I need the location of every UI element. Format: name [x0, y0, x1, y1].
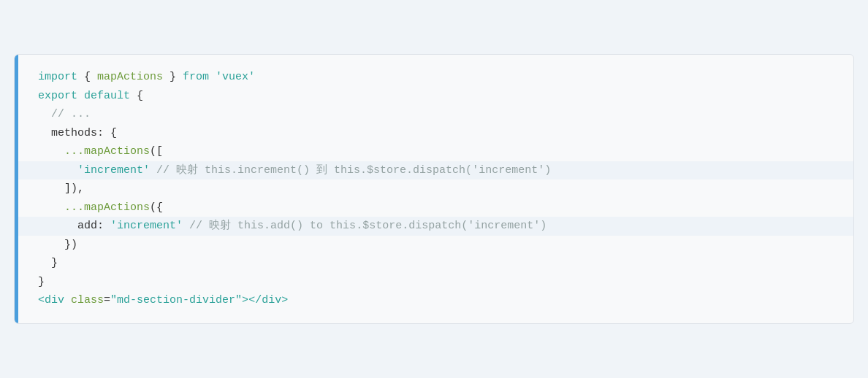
code-token: ({: [150, 201, 163, 214]
code-token: [77, 90, 84, 102]
code-token: : {: [97, 127, 117, 139]
code-token: [183, 220, 189, 232]
code-container: import { mapActions } from 'vuex'export …: [14, 54, 854, 324]
code-token: 'vuex': [216, 71, 255, 83]
code-token: [64, 294, 71, 306]
code-line: methods: {: [38, 124, 836, 143]
left-border-accent: [15, 55, 18, 323]
code-token: [38, 164, 77, 177]
code-token: [38, 220, 77, 232]
code-token: ([: [150, 145, 163, 158]
code-token: // 映射 this.increment() 到 this.$store.dis…: [156, 164, 551, 177]
code-line: }: [38, 273, 836, 292]
code-line: export default {: [38, 87, 836, 106]
code-token: from: [183, 71, 209, 83]
code-line: }): [38, 236, 836, 255]
code-token: mapActions: [84, 201, 150, 214]
code-token: :: [97, 220, 110, 232]
code-token: mapActions: [84, 145, 150, 158]
code-token: // 映射 this.add() to this.$store.dispatch…: [189, 220, 547, 232]
code-token: 'increment': [77, 164, 150, 177]
code-token: mapActions: [97, 71, 163, 83]
code-block: import { mapActions } from 'vuex'export …: [15, 55, 853, 323]
code-token: [38, 127, 51, 139]
code-token: >: [281, 294, 288, 306]
code-token: >: [242, 294, 248, 306]
code-token: // ...: [38, 108, 91, 120]
code-token: <: [38, 294, 45, 306]
code-token: {: [77, 71, 97, 83]
code-token: }: [38, 276, 45, 288]
code-token: =: [104, 294, 110, 306]
code-line: }: [38, 254, 836, 273]
code-token: div: [262, 294, 281, 306]
code-token: }: [38, 257, 58, 269]
code-token: ]),: [38, 182, 84, 195]
code-line: add: 'increment' // 映射 this.add() to thi…: [15, 217, 853, 236]
code-token: [150, 164, 156, 177]
code-token: div: [45, 294, 64, 306]
code-token: [209, 71, 216, 83]
code-token: }: [163, 71, 183, 83]
code-token: methods: [51, 127, 97, 139]
code-token: {: [130, 90, 143, 102]
code-line: <div class="md-section-divider"></div>: [38, 291, 836, 310]
code-line: ...mapActions({: [38, 198, 836, 217]
code-token: }): [38, 239, 77, 251]
code-token: default: [84, 90, 130, 102]
code-line: ...mapActions([: [38, 142, 836, 161]
code-line: import { mapActions } from 'vuex': [38, 68, 836, 87]
code-token: class: [71, 294, 104, 306]
code-token: ...: [38, 201, 84, 214]
code-token: import: [38, 71, 77, 83]
code-token: "md-section-divider": [110, 294, 242, 306]
code-token: export: [38, 90, 77, 102]
code-token: add: [77, 220, 97, 232]
code-token: ...: [38, 145, 84, 158]
code-line: // ...: [38, 105, 836, 124]
code-token: </: [248, 294, 262, 306]
code-token: 'increment': [110, 220, 183, 232]
code-line: 'increment' // 映射 this.increment() 到 thi…: [15, 161, 853, 180]
code-line: ]),: [38, 180, 836, 198]
